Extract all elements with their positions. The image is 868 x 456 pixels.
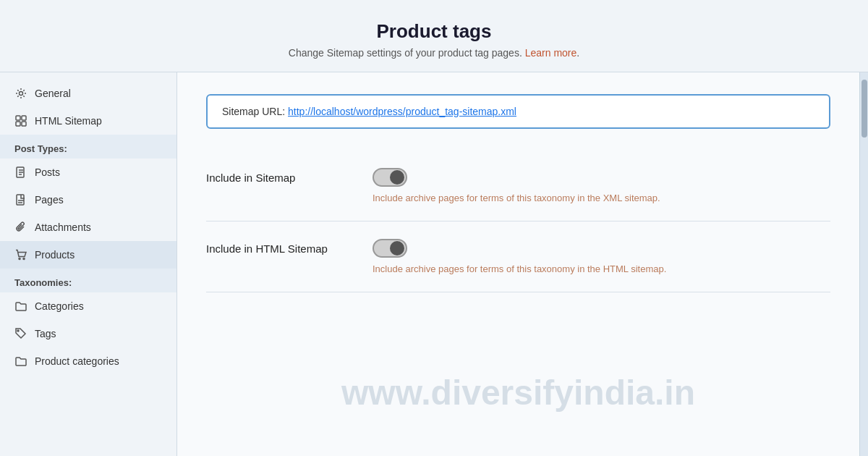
page-icon — [14, 193, 27, 206]
learn-more-link[interactable]: Learn more — [525, 47, 577, 59]
setting-label-include-in-sitemap: Include in Sitemap — [206, 172, 351, 184]
svg-rect-4 — [22, 122, 26, 126]
content-area: Sitemap URL: http://localhost/wordpress/… — [177, 72, 859, 456]
toggle-track — [373, 168, 407, 187]
sidebar-section-post-types-label: Post Types: — [0, 135, 176, 159]
setting-row-include-in-sitemap: Include in SitemapInclude archive pages … — [206, 151, 830, 221]
sidebar-item-posts[interactable]: Posts — [0, 159, 176, 186]
toggle-include-in-sitemap[interactable] — [373, 168, 407, 187]
toggle-track — [373, 239, 407, 258]
sidebar-item-label: Attachments — [35, 221, 91, 233]
page-title: Product tags — [14, 20, 854, 43]
svg-rect-9 — [17, 195, 24, 205]
svg-point-0 — [20, 92, 23, 96]
sidebar-item-label: Tags — [35, 328, 56, 339]
sidebar: GeneralHTML SitemapPost Types:PostsPages… — [0, 72, 177, 456]
sidebar-item-categories[interactable]: Categories — [0, 292, 176, 320]
sidebar-item-general[interactable]: General — [0, 80, 176, 107]
document-icon — [14, 166, 27, 179]
svg-point-14 — [17, 330, 19, 332]
toggle-thumb — [390, 170, 404, 185]
sidebar-item-label: HTML Sitemap — [35, 115, 102, 127]
scrollbar-thumb[interactable] — [861, 80, 867, 138]
tag-icon — [14, 327, 27, 340]
folder-icon — [14, 355, 27, 368]
sidebar-item-label: Pages — [35, 194, 64, 206]
sidebar-section-taxonomies-label: Taxonomies: — [0, 269, 176, 292]
gear-icon — [14, 87, 27, 100]
sitemap-url-box: Sitemap URL: http://localhost/wordpress/… — [206, 94, 830, 129]
main-layout: GeneralHTML SitemapPost Types:PostsPages… — [0, 72, 868, 456]
svg-point-13 — [23, 258, 25, 260]
sidebar-item-pages[interactable]: Pages — [0, 186, 176, 214]
setting-description-include-in-html-sitemap: Include archive pages for terms of this … — [373, 263, 830, 274]
page-description: Change Sitemap settings of your product … — [14, 47, 854, 59]
setting-label-include-in-html-sitemap: Include in HTML Sitemap — [206, 242, 351, 255]
sidebar-item-attachments[interactable]: Attachments — [0, 214, 176, 241]
sidebar-item-label: General — [35, 88, 71, 99]
grid-icon — [14, 114, 27, 127]
clip-icon — [14, 221, 27, 234]
sidebar-item-label: Products — [35, 249, 75, 261]
sidebar-item-label: Posts — [35, 166, 60, 178]
svg-rect-3 — [16, 122, 20, 126]
sidebar-item-label: Categories — [35, 300, 84, 312]
sidebar-item-html-sitemap[interactable]: HTML Sitemap — [0, 107, 176, 135]
sidebar-item-products[interactable]: Products — [0, 241, 176, 269]
cart-icon — [14, 248, 27, 261]
settings-container: Include in SitemapInclude archive pages … — [206, 151, 830, 292]
sidebar-item-product-categories[interactable]: Product categories — [0, 347, 176, 375]
sitemap-url-link[interactable]: http://localhost/wordpress/product_tag-s… — [288, 106, 516, 117]
svg-rect-1 — [16, 116, 20, 120]
setting-row-include-in-html-sitemap: Include in HTML SitemapInclude archive p… — [206, 221, 830, 292]
sidebar-item-label: Product categories — [35, 355, 119, 367]
toggle-include-in-html-sitemap[interactable] — [373, 239, 407, 258]
setting-description-include-in-sitemap: Include archive pages for terms of this … — [373, 193, 830, 203]
sidebar-item-tags[interactable]: Tags — [0, 320, 176, 347]
svg-point-12 — [19, 258, 20, 260]
scrollbar[interactable] — [859, 72, 868, 456]
svg-rect-2 — [22, 116, 26, 120]
toggle-thumb — [390, 241, 404, 256]
watermark: www.diversifyindia.in — [341, 373, 695, 413]
page-header: Product tags Change Sitemap settings of … — [0, 0, 868, 72]
folder-icon — [14, 300, 27, 313]
sitemap-url-label: Sitemap URL: — [222, 106, 285, 117]
